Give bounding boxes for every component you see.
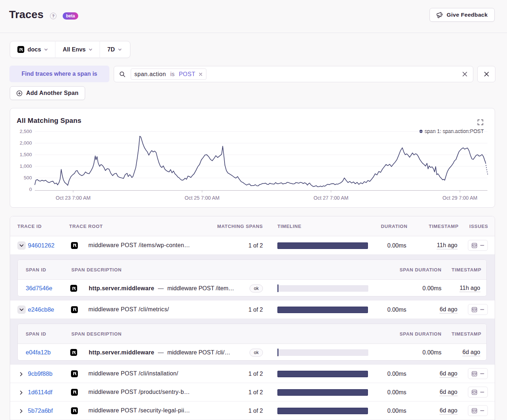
svg-text:0: 0 — [29, 187, 32, 192]
svg-text:2,500: 2,500 — [20, 129, 32, 134]
svg-text:500: 500 — [24, 175, 32, 180]
svg-text:Oct 25 7:00 AM: Oct 25 7:00 AM — [185, 195, 220, 201]
svg-text:1,000: 1,000 — [20, 163, 32, 169]
svg-text:1,500: 1,500 — [20, 152, 32, 157]
svg-text:Oct 29 7:00 AM: Oct 29 7:00 AM — [443, 195, 478, 201]
svg-text:Oct 23 7:00 AM: Oct 23 7:00 AM — [56, 195, 91, 201]
svg-text:2,000: 2,000 — [20, 140, 32, 146]
svg-text:Oct 27 7:00 AM: Oct 27 7:00 AM — [314, 195, 349, 201]
